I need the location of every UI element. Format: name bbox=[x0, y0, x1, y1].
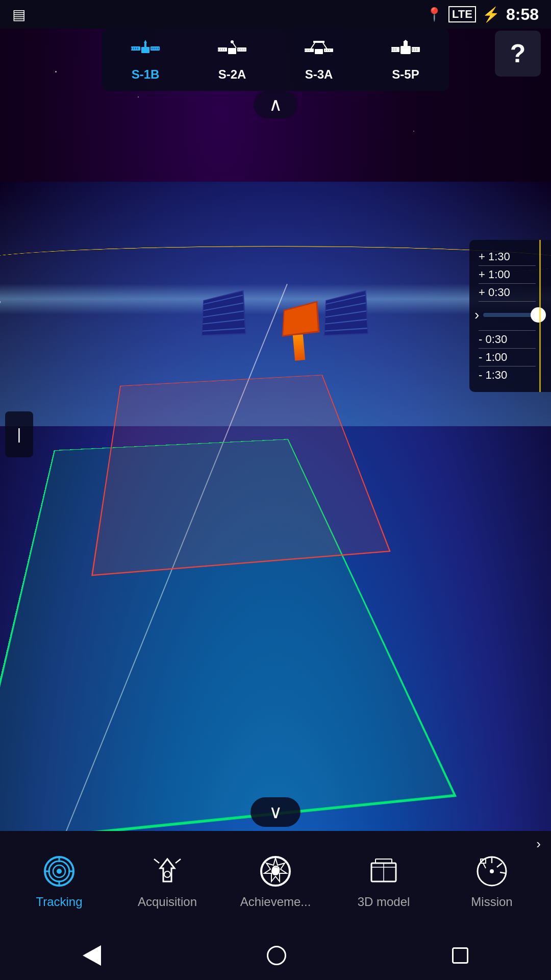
chevron-up-icon: ∧ bbox=[269, 94, 282, 115]
location-icon: 📍 bbox=[426, 7, 442, 22]
timeline-label-100minus: - 1:00 bbox=[474, 351, 546, 364]
svg-rect-0 bbox=[141, 47, 149, 53]
svg-point-69 bbox=[490, 869, 494, 873]
svg-point-25 bbox=[231, 40, 234, 43]
s2a-satellite-icon bbox=[217, 38, 247, 63]
mission-label: Mission bbox=[471, 895, 512, 909]
timeline-play-button[interactable]: › bbox=[474, 307, 479, 323]
help-icon: ? bbox=[510, 39, 526, 68]
s1b-label: S-1B bbox=[132, 67, 160, 82]
nav-item-acquisition[interactable]: Acquisition bbox=[113, 848, 221, 914]
satellite-tab-s1b[interactable]: S-1B bbox=[102, 29, 189, 91]
back-button[interactable] bbox=[83, 945, 101, 966]
nav-item-mission[interactable]: Mission bbox=[438, 848, 546, 914]
svg-line-72 bbox=[500, 872, 506, 873]
sidebar-toggle-icon: | bbox=[17, 426, 21, 443]
svg-line-71 bbox=[497, 863, 502, 867]
timeline-label-100plus: + 1:00 bbox=[474, 268, 546, 281]
sidebar-toggle-button[interactable]: | bbox=[5, 411, 33, 457]
satellite-body bbox=[282, 301, 320, 337]
back-icon bbox=[83, 945, 101, 966]
timeline-label-130minus: - 1:30 bbox=[474, 369, 546, 382]
svg-line-58 bbox=[154, 859, 159, 863]
svg-line-36 bbox=[323, 43, 327, 49]
satellite-tabs: S-1B S-2A bbox=[102, 29, 449, 91]
tracking-label: Tracking bbox=[36, 895, 82, 909]
3d-model-label: 3D model bbox=[358, 895, 410, 909]
nav-item-achievement[interactable]: ⊙ Achieveme... bbox=[221, 848, 330, 914]
svg-rect-39 bbox=[391, 47, 399, 52]
svg-line-59 bbox=[176, 859, 181, 863]
bottom-nav: › Tracking Acqui bbox=[0, 831, 551, 931]
satellite-3d-model bbox=[248, 284, 350, 365]
lte-badge: LTE bbox=[448, 6, 476, 22]
svg-point-60 bbox=[164, 871, 170, 877]
tracking-icon bbox=[41, 853, 78, 890]
home-icon bbox=[267, 946, 286, 965]
recents-icon bbox=[452, 947, 468, 964]
svg-rect-13 bbox=[228, 48, 236, 54]
svg-line-35 bbox=[311, 43, 315, 49]
nav-item-3d-model[interactable]: 3D model bbox=[330, 848, 438, 914]
timeline-label-030minus: - 0:30 bbox=[474, 333, 546, 346]
svg-rect-47 bbox=[404, 42, 408, 46]
instrument-body bbox=[293, 335, 305, 361]
more-nav-arrow[interactable]: › bbox=[536, 836, 541, 852]
nav-item-tracking[interactable]: Tracking bbox=[5, 848, 113, 914]
s1b-satellite-icon bbox=[130, 38, 161, 63]
s3a-satellite-icon bbox=[304, 38, 334, 63]
status-bar: ▤ 📍 LTE ⚡ 8:58 bbox=[0, 0, 551, 29]
3d-model-icon bbox=[365, 853, 402, 890]
svg-line-74 bbox=[483, 863, 486, 868]
s5p-satellite-icon bbox=[390, 38, 421, 63]
battery-icon: ⚡ bbox=[482, 6, 500, 23]
orbit-yellow-line bbox=[0, 246, 551, 278]
acquisition-label: Acquisition bbox=[138, 895, 197, 909]
satellite-tab-s5p[interactable]: S-5P bbox=[362, 29, 449, 91]
svg-rect-37 bbox=[313, 41, 324, 43]
svg-marker-48 bbox=[403, 40, 408, 42]
s2a-label: S-2A bbox=[218, 67, 246, 82]
svg-marker-57 bbox=[160, 859, 174, 881]
timeline-yellow-indicator bbox=[539, 240, 541, 392]
timeline-label-030plus: + 0:30 bbox=[474, 286, 546, 299]
s3a-label: S-3A bbox=[305, 67, 333, 82]
chevron-down-icon: ∨ bbox=[269, 801, 282, 822]
achievement-icon: ⊙ bbox=[257, 853, 294, 890]
satellite-panel-right bbox=[324, 290, 369, 336]
home-button[interactable] bbox=[267, 946, 286, 965]
svg-marker-12 bbox=[144, 40, 147, 43]
notification-icon: ▤ bbox=[12, 6, 26, 23]
achievement-label: Achieveme... bbox=[240, 895, 311, 909]
satellite-tab-s3a[interactable]: S-3A bbox=[276, 29, 362, 91]
status-time: 8:58 bbox=[506, 5, 539, 24]
svg-text:⊙: ⊙ bbox=[271, 863, 280, 876]
mission-icon bbox=[473, 853, 510, 890]
timeline-thumb[interactable] bbox=[531, 307, 546, 323]
acquisition-icon bbox=[149, 853, 186, 890]
3d-view[interactable] bbox=[0, 29, 551, 880]
svg-rect-38 bbox=[400, 46, 411, 54]
s5p-label: S-5P bbox=[392, 67, 419, 82]
svg-rect-11 bbox=[144, 43, 146, 47]
android-nav-bar bbox=[0, 931, 551, 980]
svg-rect-26 bbox=[315, 49, 323, 54]
chevron-down-button[interactable]: ∨ bbox=[251, 797, 300, 827]
timeline-panel: + 1:30 + 1:00 + 0:30 › - 0:30 - 1:00 - 1… bbox=[469, 240, 551, 392]
timeline-label-130plus: + 1:30 bbox=[474, 250, 546, 263]
chevron-up-button[interactable]: ∧ bbox=[254, 91, 297, 118]
satellite-tab-s2a[interactable]: S-2A bbox=[189, 29, 276, 91]
svg-point-52 bbox=[57, 869, 62, 874]
help-button[interactable]: ? bbox=[495, 31, 541, 77]
recents-button[interactable] bbox=[452, 947, 468, 964]
